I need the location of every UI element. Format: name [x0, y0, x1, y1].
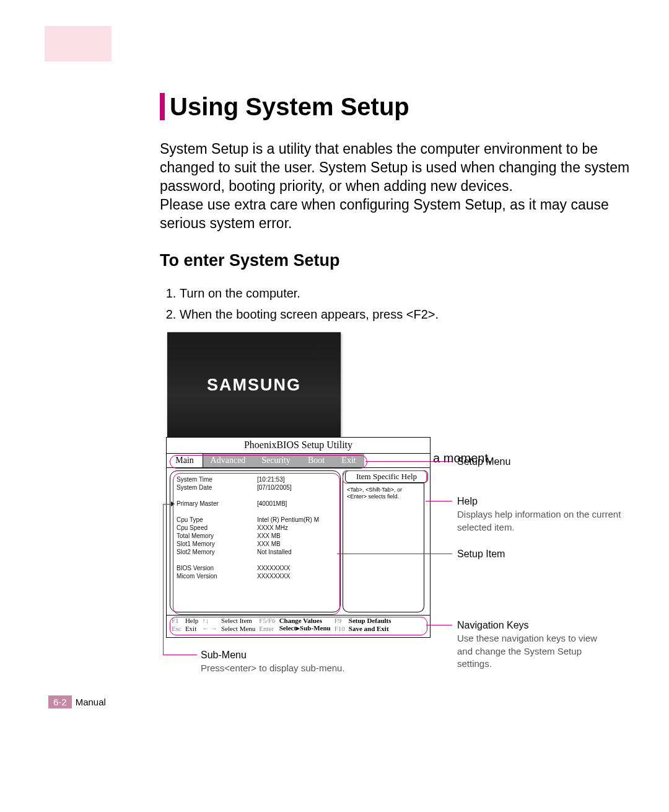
tab-boot: Boot — [299, 454, 333, 467]
tab-main: Main — [167, 454, 203, 467]
tab-advanced: Advanced — [203, 454, 253, 467]
bios-item-table: System Time[10:21:53]System Date[07/10/2… — [177, 476, 319, 581]
bios-help-title: Item Specific Help — [345, 470, 428, 483]
tab-exit: Exit — [333, 454, 364, 467]
step-1: Turn on the computer. — [180, 284, 631, 302]
callout-setup-item: Setup Item — [457, 548, 505, 561]
bios-title: PhoenixBIOS Setup Utility — [167, 438, 430, 453]
callout-setup-menu: Setup Menu — [457, 456, 510, 469]
callout-submenu: Sub-Menu Press<enter> to display sub-men… — [201, 649, 345, 675]
bios-nav-keys: F1Help↑↓Select ItemF5/F6Change ValuesF9S… — [167, 615, 430, 636]
tab-security: Security — [253, 454, 299, 467]
bios-menu-tabs: Main Advanced Security Boot Exit — [167, 453, 430, 468]
page-heading: Using System Setup — [160, 93, 631, 120]
boot-screen-graphic: SAMSUNG — [167, 332, 341, 438]
bios-screenshot: PhoenixBIOS Setup Utility Main Advanced … — [166, 437, 431, 638]
sub-heading: To enter System Setup — [160, 251, 631, 270]
side-decoration — [45, 26, 112, 61]
page-number-footer: 6-2Manual — [48, 695, 106, 708]
boot-logo-text: SAMSUNG — [207, 376, 301, 395]
callout-nav-keys: Navigation Keys Use these navigation key… — [457, 619, 609, 671]
callout-help: Help Displays help information on the cu… — [457, 495, 637, 534]
intro-paragraph: System Setup is a utility that enables t… — [160, 140, 631, 232]
step-2: When the booting screen appears, press <… — [180, 305, 631, 324]
